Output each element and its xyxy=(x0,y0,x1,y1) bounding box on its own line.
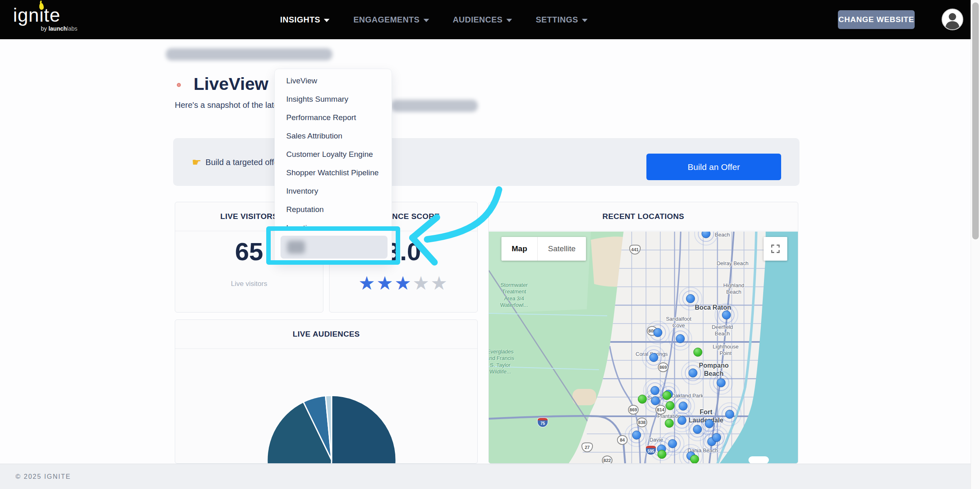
map-marker-blue[interactable] xyxy=(676,334,685,343)
map-marker-green[interactable] xyxy=(665,419,674,428)
change-website-button[interactable]: CHANGE WEBSITE xyxy=(838,10,915,29)
user-avatar[interactable] xyxy=(942,9,963,30)
offer-banner-label: Build a targeted offer xyxy=(205,158,281,167)
map-marker-blue[interactable] xyxy=(725,410,734,419)
map-canvas[interactable]: 441806869814869838842782275595BeachDelra… xyxy=(489,232,798,464)
nav-item-settings[interactable]: SETTINGS xyxy=(530,0,593,39)
copyright-text: © 2025 IGNITE xyxy=(16,473,71,480)
map-marker-blue[interactable] xyxy=(649,353,658,362)
star-filled-icon: ★ xyxy=(394,272,412,294)
nav-label: INSIGHTS xyxy=(280,15,320,25)
flame-icon xyxy=(39,2,44,10)
fullscreen-icon[interactable] xyxy=(764,237,787,261)
map-marker-green[interactable] xyxy=(666,401,675,410)
map-marker-blue[interactable] xyxy=(677,416,686,425)
map-marker-green[interactable] xyxy=(693,348,702,357)
star-empty-icon: ★ xyxy=(430,272,448,294)
menu-item-reputation[interactable]: Reputation xyxy=(275,200,392,219)
nav-label: AUDIENCES xyxy=(453,15,503,25)
satellite-button[interactable]: Satellite xyxy=(537,237,586,261)
map-marker-blue[interactable] xyxy=(688,368,697,377)
map-marker-green[interactable] xyxy=(690,455,699,464)
page-content: LiveView Here's a snapshot of the late ☛… xyxy=(0,39,971,464)
live-audiences-title: LIVE AUDIENCES xyxy=(175,320,477,349)
nav-label: SETTINGS xyxy=(536,15,578,25)
page-footer: © 2025 IGNITE xyxy=(0,464,971,489)
map-marker-blue[interactable] xyxy=(717,378,726,387)
map-marker-blue[interactable] xyxy=(705,419,714,428)
recent-locations-card: RECENT LOCATIONS xyxy=(488,202,798,464)
map-attribution-pill xyxy=(748,456,769,464)
route-shield-869: 869 xyxy=(658,362,668,372)
logo-text: ignite xyxy=(13,6,60,25)
live-audiences-pie-chart xyxy=(175,349,477,464)
annotation-arrow-icon xyxy=(400,181,514,275)
annotation-highlight-box xyxy=(266,226,400,265)
star-filled-icon: ★ xyxy=(358,272,376,294)
route-shield-822: 822 xyxy=(602,456,612,464)
scrollbar-thumb[interactable] xyxy=(972,2,979,239)
chevron-down-icon xyxy=(324,19,330,22)
menu-item-inventory[interactable]: Inventory xyxy=(275,182,392,200)
route-shield-814: 814 xyxy=(655,405,666,415)
map-marker-green[interactable] xyxy=(662,391,671,400)
map-marker-green[interactable] xyxy=(657,450,666,459)
menu-item-shopper-watchlist-pipeline[interactable]: Shopper Watchlist Pipeline xyxy=(275,163,392,182)
map-marker-blue[interactable] xyxy=(632,431,641,440)
chevron-down-icon xyxy=(423,19,429,22)
chevron-down-icon xyxy=(506,19,512,22)
star-empty-icon: ★ xyxy=(412,272,430,294)
nav-item-engagements[interactable]: ENGAGEMENTS xyxy=(347,0,434,39)
menu-item-sales-attribution[interactable]: Sales Attribution xyxy=(275,127,392,145)
page-subtitle: Here's a snapshot of the late xyxy=(175,100,278,110)
pie-slice xyxy=(330,395,396,464)
menu-item-performance-report[interactable]: Performance Report xyxy=(275,108,392,127)
offer-banner-text: ☛ Build a targeted offer xyxy=(192,156,281,169)
live-audiences-card: LIVE AUDIENCES xyxy=(175,319,478,464)
map-marker-blue[interactable] xyxy=(651,396,660,405)
top-navbar: ignite by launchlabs INSIGHTSENGAGEMENTS… xyxy=(0,0,971,39)
route-shield-84: 84 xyxy=(617,435,628,445)
map-marker-blue[interactable] xyxy=(650,386,659,395)
recent-locations-title: RECENT LOCATIONS xyxy=(489,202,798,231)
byline-bold: launch xyxy=(49,25,67,32)
logo-byline: by launchlabs xyxy=(41,25,78,32)
menu-item-insights-summary[interactable]: Insights Summary xyxy=(275,90,392,108)
byline-suffix: labs xyxy=(67,25,78,32)
menu-item-liveview[interactable]: LiveView xyxy=(275,71,392,90)
route-shield-838: 838 xyxy=(637,418,647,427)
pointing-hand-icon: ☛ xyxy=(192,156,201,169)
nav-item-insights[interactable]: INSIGHTS xyxy=(274,0,335,39)
redacted-website-name xyxy=(391,100,478,112)
build-an-offer-button[interactable]: Build an Offer xyxy=(646,154,781,180)
person-icon xyxy=(942,9,962,29)
page-title: LiveView xyxy=(194,74,268,94)
route-shield-869: 869 xyxy=(628,405,639,415)
live-visitors-caption: Live visitors xyxy=(175,280,323,288)
redacted-breadcrumb xyxy=(166,48,332,60)
map-marker-green[interactable] xyxy=(638,395,647,404)
map-marker-blue[interactable] xyxy=(686,294,695,303)
map-marker-blue[interactable] xyxy=(693,425,702,434)
ignite-logo[interactable]: ignite by launchlabs xyxy=(13,6,60,25)
nav-label: ENGAGEMENTS xyxy=(353,15,419,25)
map-marker-blue[interactable] xyxy=(653,328,662,337)
map-marker-blue[interactable] xyxy=(712,433,721,442)
star-rating: ★★★★★ xyxy=(330,274,477,293)
byline-prefix: by xyxy=(41,25,49,32)
star-filled-icon: ★ xyxy=(376,272,394,294)
chevron-down-icon xyxy=(582,19,588,22)
map-marker-blue[interactable] xyxy=(668,439,677,448)
liveview-bullet-icon xyxy=(177,83,181,87)
main-nav: INSIGHTSENGAGEMENTSAUDIENCESSETTINGS xyxy=(274,0,593,39)
page-scrollbar[interactable] xyxy=(971,0,980,489)
map-marker-blue[interactable] xyxy=(722,310,731,319)
map-marker-blue[interactable] xyxy=(679,402,688,411)
menu-item-customer-loyalty-engine[interactable]: Customer Loyalty Engine xyxy=(275,145,392,163)
nav-item-audiences[interactable]: AUDIENCES xyxy=(447,0,518,39)
offer-banner: ☛ Build a targeted offer Build an Offer xyxy=(173,138,800,186)
